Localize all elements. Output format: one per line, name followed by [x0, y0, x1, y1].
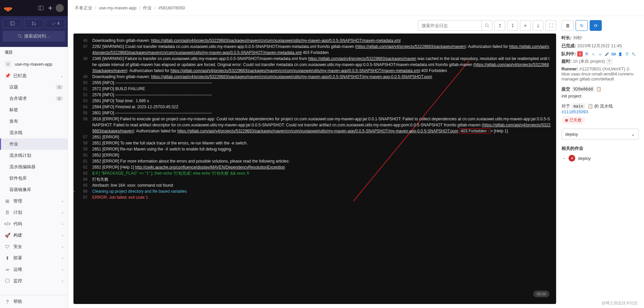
svg-point-7	[32, 24, 34, 25]
copy-sha-icon[interactable]: 📋	[596, 86, 601, 91]
log-search-input[interactable]	[418, 20, 482, 31]
plus-icon[interactable]	[46, 4, 54, 12]
svg-rect-0	[39, 6, 43, 10]
logo-row	[0, 0, 68, 16]
crumb-4: #5818078050	[158, 5, 185, 10]
job-status-failed-icon: ✕	[569, 155, 575, 162]
nav-manage[interactable]: ⊞管理›	[0, 195, 68, 207]
nav-monitor[interactable]: 🖵监控›	[0, 275, 68, 287]
download-log-button[interactable]: ⤓	[533, 20, 543, 31]
nav-packages[interactable]: 软件包库	[0, 173, 68, 184]
ime-badge-icon: S	[577, 51, 583, 57]
stage-select[interactable]: deploy⌄	[561, 129, 639, 139]
nav-pipelines[interactable]: 流水线	[0, 127, 68, 138]
retry-job-button[interactable]: ↻	[576, 20, 588, 31]
gitlab-logo-icon[interactable]	[4, 4, 12, 12]
panel-icon[interactable]	[37, 4, 45, 12]
section-project: 项目	[0, 47, 68, 58]
nav-build[interactable]: 🚀构建›	[0, 230, 68, 241]
run-job-button[interactable]: ⟳	[590, 20, 602, 31]
nav-schedules[interactable]: 流水线计划	[0, 150, 68, 161]
svg-line-12	[488, 26, 489, 28]
chevron-down-icon: ⌄	[60, 74, 63, 78]
mic-icon: 🎤	[604, 51, 609, 57]
project-link[interactable]: Uuse-my-maven-app	[0, 58, 68, 70]
delete-job-button[interactable]: 🗑	[561, 20, 574, 31]
help-icon: ?	[5, 299, 10, 304]
monitor-icon: 🖵	[5, 278, 10, 284]
nav-containers[interactable]: 容器镜像库	[0, 184, 68, 195]
log-search-button[interactable]	[482, 20, 492, 31]
scroll-bottom-button[interactable]: ↧	[507, 20, 518, 31]
status-icon-2: •,	[591, 51, 596, 57]
shield-icon: 🛡	[5, 244, 10, 249]
duration-value: 39秒	[573, 35, 582, 40]
scroll-top-button[interactable]: ↥	[494, 20, 505, 31]
svg-point-11	[485, 24, 488, 27]
todo-button[interactable]	[3, 19, 22, 28]
commit-message: init project	[561, 94, 639, 99]
copy-branch-icon[interactable]: 📋	[588, 104, 593, 109]
timeout-help-icon[interactable]: ?	[606, 58, 612, 64]
breadcrumb: 不务正业/ use-my-maven-app/ 作业/ #5818078050	[68, 0, 644, 16]
global-search[interactable]: 搜索或转到…	[3, 31, 65, 42]
pipeline-status-badge: ⊗已失败	[561, 116, 585, 124]
tool-icon: 🔧	[631, 51, 636, 57]
pin-icon: 📌	[5, 73, 10, 78]
nav-secure[interactable]: 🛡安全›	[0, 241, 68, 252]
crumb-2[interactable]: use-my-maven-app	[99, 5, 137, 10]
nav-ops[interactable]: ∞运维›	[0, 264, 68, 275]
pinned-section[interactable]: 📌已钉选⌄	[0, 70, 68, 81]
search-icon	[17, 34, 22, 39]
raw-log-button[interactable]: ≡	[520, 20, 531, 31]
plan-icon: 🗓	[5, 210, 10, 215]
nav-jobs[interactable]: 作业	[0, 138, 68, 150]
keyboard-icon: ⌨	[611, 51, 616, 57]
branch-name[interactable]: main	[572, 103, 585, 109]
job-log[interactable]: 46Downloading from gitlab-maven: https:/…	[73, 34, 556, 304]
related-jobs-header: 相关的作业	[561, 145, 639, 151]
nav-issues[interactable]: 议题0	[0, 81, 68, 93]
svg-point-9	[18, 35, 21, 38]
user-avatar[interactable]	[56, 4, 64, 12]
finished-value: 2023年12月25日 11:45	[577, 43, 622, 48]
nav-deploy[interactable]: ⬆部署›	[0, 252, 68, 264]
related-job-item[interactable]: → ✕ deploy	[561, 155, 639, 162]
approvals-button[interactable]: 4	[46, 19, 65, 28]
nav-code[interactable]: </>代码›	[0, 218, 68, 230]
code-icon: </>	[5, 221, 10, 227]
crumb-1[interactable]: 不务正业	[75, 5, 92, 11]
build-icon: 🚀	[5, 233, 10, 238]
status-icon: 英	[584, 51, 589, 57]
watermark: @稀土掘金技术社区	[602, 300, 638, 306]
manage-icon: ⊞	[5, 198, 10, 204]
commit-sha[interactable]: 920e06dd	[572, 86, 595, 92]
nav-help[interactable]: ?帮助	[0, 295, 68, 308]
crumb-3[interactable]: 作业	[143, 5, 152, 11]
deploy-icon: ⬆	[5, 255, 10, 261]
pipeline-link[interactable]: #1118515093	[561, 109, 588, 114]
svg-point-8	[35, 24, 36, 25]
svg-rect-4	[10, 22, 14, 25]
mr-button[interactable]	[24, 19, 44, 28]
person-icon: 👤	[618, 51, 623, 57]
nav-editor[interactable]: 流水线编辑器	[0, 161, 68, 173]
smile-icon: ☺	[597, 51, 603, 57]
fullscreen-button[interactable]: ⛶	[545, 20, 556, 31]
ops-icon: ∞	[5, 267, 10, 272]
search-icon	[485, 23, 489, 28]
chevron-down-icon: ⌄	[631, 132, 635, 137]
nav-tags[interactable]: 标签	[0, 104, 68, 116]
shirt-icon: 👕	[624, 51, 630, 57]
nav-plan[interactable]: 🗓计划›	[0, 207, 68, 218]
svg-point-6	[32, 22, 34, 23]
nav-release[interactable]: 发布	[0, 116, 68, 127]
timeout-value: 1h (来自 project)	[573, 59, 605, 64]
log-timer: 00:00	[533, 291, 549, 298]
nav-mr[interactable]: 合并请求0	[0, 93, 68, 104]
svg-line-10	[21, 37, 22, 39]
